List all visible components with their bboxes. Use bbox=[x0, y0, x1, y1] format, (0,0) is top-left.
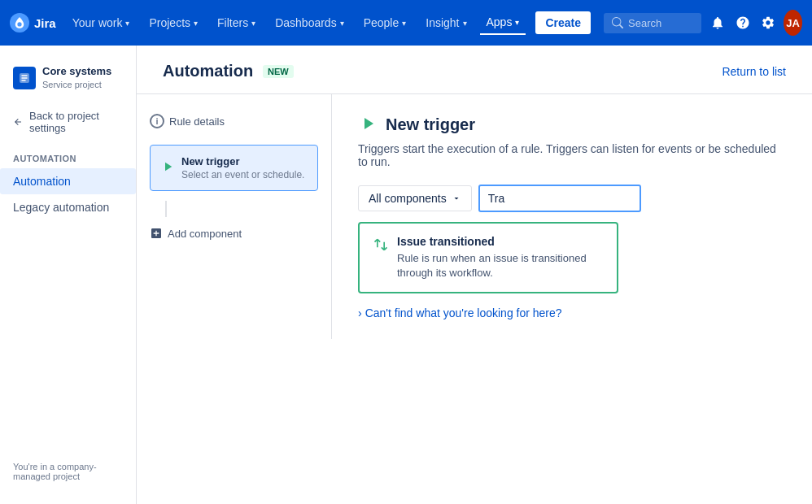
plus-icon bbox=[150, 227, 163, 240]
main-content: Automation NEW Return to list i Rule det… bbox=[137, 46, 812, 504]
notifications-button[interactable] bbox=[708, 10, 727, 36]
project-icon bbox=[13, 67, 36, 89]
page-header: Automation NEW Return to list bbox=[137, 46, 812, 94]
help-button[interactable] bbox=[733, 10, 752, 36]
project-type: Service project bbox=[42, 79, 111, 90]
result-card-title: Issue transitioned bbox=[397, 235, 604, 248]
result-card-description: Rule is run when an issue is transitione… bbox=[397, 251, 604, 280]
search-icon bbox=[612, 17, 623, 28]
logo[interactable]: Jira bbox=[10, 13, 56, 33]
trigger-description: Triggers start the execution of a rule. … bbox=[358, 142, 786, 168]
settings-button[interactable] bbox=[758, 10, 777, 36]
trigger-config-panel: New trigger Triggers start the execution… bbox=[332, 94, 812, 339]
issue-transitioned-card[interactable]: Issue transitioned Rule is run when an i… bbox=[358, 222, 618, 293]
automation-content: i Rule details New trigger Select an eve… bbox=[137, 94, 812, 339]
trigger-block[interactable]: New trigger Select an event or schedule. bbox=[150, 145, 318, 191]
project-type-footer: You're in a company-managed project bbox=[0, 452, 136, 491]
trigger-heading-title: New trigger bbox=[386, 115, 475, 134]
trigger-search-input[interactable] bbox=[478, 185, 641, 212]
trigger-title: New trigger bbox=[181, 155, 304, 167]
back-to-project-button[interactable]: Back to project settings bbox=[0, 103, 136, 141]
page-title: Automation bbox=[163, 62, 253, 80]
cant-find-link[interactable]: › Can't find what you're looking for her… bbox=[358, 306, 786, 319]
nav-filters[interactable]: Filters▾ bbox=[211, 11, 262, 34]
project-name: Core systems bbox=[42, 65, 111, 79]
trigger-heading-icon bbox=[358, 114, 378, 136]
transition-icon bbox=[373, 237, 389, 255]
search-bar[interactable]: Search bbox=[604, 13, 701, 33]
info-icon: i bbox=[150, 114, 164, 128]
sidebar-item-legacy-automation[interactable]: Legacy automation bbox=[0, 194, 136, 220]
add-component-button[interactable]: Add component bbox=[150, 220, 318, 246]
sidebar-item-automation[interactable]: Automation bbox=[0, 168, 136, 194]
project-header: Core systems Service project bbox=[0, 59, 136, 103]
search-label: Search bbox=[628, 17, 661, 29]
trigger-subtitle: Select an event or schedule. bbox=[181, 169, 304, 180]
new-badge: NEW bbox=[263, 65, 294, 78]
sidebar: Core systems Service project Back to pro… bbox=[0, 46, 137, 504]
nav-your-work[interactable]: Your work▾ bbox=[66, 11, 137, 34]
nav-people[interactable]: People▾ bbox=[357, 11, 413, 34]
return-to-list-link[interactable]: Return to list bbox=[722, 65, 786, 78]
trigger-play-icon bbox=[160, 159, 175, 176]
top-navigation: Jira Your work▾ Projects▾ Filters▾ Dashb… bbox=[0, 0, 812, 46]
nav-dashboards[interactable]: Dashboards▾ bbox=[268, 11, 351, 34]
logo-text: Jira bbox=[34, 16, 56, 30]
rule-builder-panel: i Rule details New trigger Select an eve… bbox=[137, 94, 332, 339]
user-avatar[interactable]: JA bbox=[784, 10, 802, 36]
rule-details-button[interactable]: i Rule details bbox=[150, 111, 318, 132]
nav-projects[interactable]: Projects▾ bbox=[142, 11, 204, 34]
sidebar-section-automation: AUTOMATION bbox=[0, 141, 136, 168]
dropdown-chevron-icon bbox=[452, 193, 461, 203]
create-button[interactable]: Create bbox=[535, 11, 591, 34]
nav-apps[interactable]: Apps▾ bbox=[480, 11, 526, 35]
connector-line bbox=[165, 201, 167, 217]
filter-row: All components bbox=[358, 185, 786, 212]
all-components-dropdown[interactable]: All components bbox=[358, 185, 472, 211]
nav-insight[interactable]: Insight▾ bbox=[419, 11, 473, 34]
svg-point-1 bbox=[17, 22, 21, 26]
back-icon bbox=[13, 116, 23, 128]
